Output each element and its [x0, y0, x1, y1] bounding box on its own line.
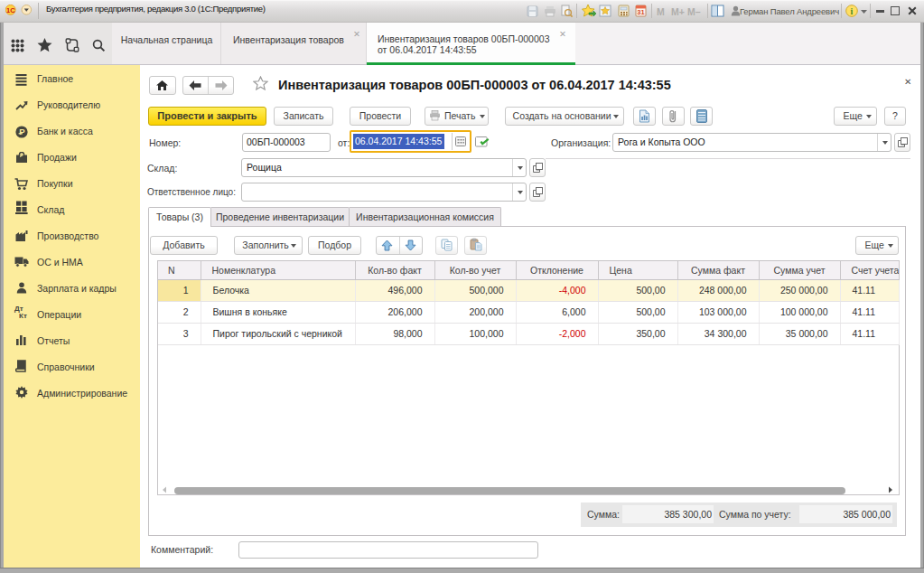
svg-text:P: P	[19, 127, 25, 136]
svg-text:i: i	[851, 6, 854, 16]
svg-text:1С: 1С	[6, 6, 15, 14]
svg-text:31: 31	[637, 8, 644, 16]
